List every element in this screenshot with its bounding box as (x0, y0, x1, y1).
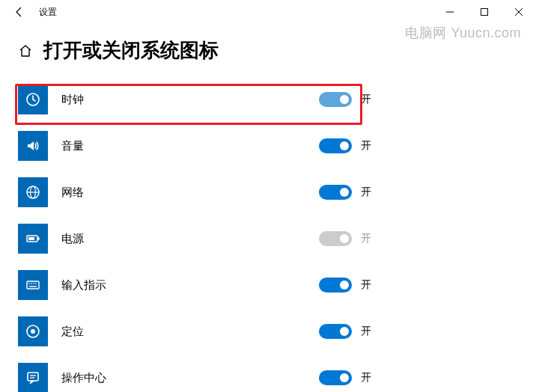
setting-label: 定位 (61, 325, 249, 339)
svg-rect-10 (28, 237, 34, 240)
titlebar: 设置 (0, 0, 539, 24)
setting-row-location: 定位开 (18, 312, 521, 351)
toggle-switch[interactable] (319, 231, 352, 246)
toggle-switch[interactable] (319, 278, 352, 293)
minimize-button[interactable] (433, 0, 467, 24)
back-button[interactable] (3, 0, 36, 24)
toggle-switch[interactable] (319, 324, 352, 339)
toggle-state-label: 开 (361, 371, 371, 385)
toggle-state-label: 开 (361, 278, 371, 292)
setting-label: 操作中心 (61, 371, 249, 385)
window-title: 设置 (36, 6, 57, 19)
svg-rect-9 (38, 237, 40, 240)
setting-label: 输入指示 (61, 278, 249, 293)
setting-row-action: 操作中心开 (18, 358, 521, 392)
setting-row-network: 网络开 (18, 173, 521, 212)
toggle-state-label: 开 (361, 186, 371, 199)
toggle-switch[interactable] (319, 370, 352, 385)
location-icon (18, 316, 48, 346)
setting-row-volume: 音量开 (18, 126, 521, 165)
toggle-switch[interactable] (319, 185, 352, 200)
setting-label: 电源 (61, 232, 249, 246)
icon-list: 时钟开音量开网络开电源开输入指示开定位开操作中心开 (0, 80, 539, 392)
toggle-state-label: 开 (361, 232, 371, 245)
toggle-switch[interactable] (319, 138, 352, 153)
clock-icon (18, 85, 48, 114)
setting-label: 时钟 (61, 93, 249, 107)
svg-rect-11 (27, 281, 39, 289)
setting-label: 音量 (61, 139, 249, 153)
toggle-state-label: 开 (361, 139, 371, 153)
action-icon (18, 363, 48, 392)
toggle-state-label: 开 (361, 325, 371, 338)
svg-point-18 (31, 329, 35, 334)
maximize-button[interactable] (467, 0, 502, 24)
toggle-state-label: 开 (361, 93, 371, 106)
ime-icon (18, 270, 48, 300)
setting-label: 网络 (61, 186, 249, 200)
page-title: 打开或关闭系统图标 (43, 37, 219, 64)
home-button[interactable] (18, 43, 33, 58)
setting-row-clock: 时钟开 (18, 80, 521, 119)
svg-rect-19 (28, 373, 38, 381)
setting-row-power: 电源开 (18, 219, 521, 258)
svg-rect-1 (481, 9, 488, 16)
setting-row-ime: 输入指示开 (18, 266, 521, 304)
network-icon (18, 177, 48, 207)
watermark: 电脑网 Yuucn.com (405, 24, 521, 42)
volume-icon (18, 131, 48, 161)
power-icon (18, 224, 48, 254)
toggle-switch[interactable] (319, 92, 352, 107)
close-button[interactable] (502, 0, 536, 24)
